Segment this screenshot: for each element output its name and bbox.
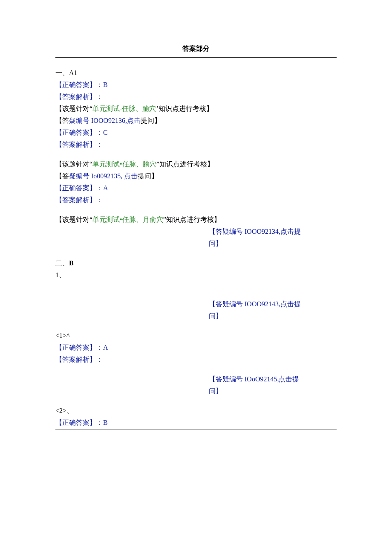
answer-analysis-label: 【答案解析】： xyxy=(55,139,337,151)
spacer xyxy=(55,250,337,257)
correct-answer: 【正确答案】：C xyxy=(55,127,337,139)
doubt-link[interactable]: 疑编号 IOOO92136,点击 xyxy=(69,117,141,124)
spacer xyxy=(55,322,337,330)
note-topic: 单元测试-任脉、腧穴 xyxy=(92,105,156,112)
doubt-number-line: 【答疑编号 IOOO92136,点击提问】 xyxy=(55,115,337,127)
correct-answer: 【正确答案】：B xyxy=(55,79,337,91)
section-b-letter: B xyxy=(69,259,74,267)
note-suffix: ”知识点进行考核】 xyxy=(163,216,221,223)
page: 答案部分 一、A1 【正确答案】：B 【答案解析】： 【该题针对“单元测试-任脉… xyxy=(0,0,392,555)
section-b-prefix: 二、 xyxy=(55,259,69,267)
spacer xyxy=(55,366,337,373)
doubt-link[interactable]: 【答疑编号 IOOO92143,点击提 xyxy=(209,300,301,308)
doubt-suffix: 提问】 xyxy=(141,117,161,124)
sub-question-label: <2>、 xyxy=(55,405,337,417)
doubt-link[interactable]: 疑编号 Io0092135, 点击 xyxy=(69,172,138,180)
question-number: 1、 xyxy=(55,269,337,281)
knowledge-note: 【该题针对“单元测试•任脉、月俞穴”知识点进行考核】 xyxy=(55,214,337,226)
note-topic: 单元测试•任脉、月俞穴 xyxy=(92,216,163,223)
knowledge-note: 【该题针对“单元测试-任脉、腧穴’知识点进行考核】 xyxy=(55,103,337,115)
page-title: 答案部分 xyxy=(55,43,337,58)
doubt-block: 【答疑编号 IOOO92134,点击提 问】 xyxy=(209,226,337,250)
correct-answer: 【正确答案】：A xyxy=(55,182,337,194)
answer-analysis-label: 【答案解析】： xyxy=(55,354,337,366)
page-title-text: 答案部分 xyxy=(182,45,210,52)
note-prefix: 【该题针对“ xyxy=(55,216,92,223)
correct-answer: 【正确答案】：A xyxy=(55,342,337,354)
note-prefix: 【该题针对“ xyxy=(55,160,92,168)
doubt-link[interactable]: 【答疑编号 IOOO92134,点击提 xyxy=(209,228,301,235)
doubt-link[interactable]: 【答疑编号 IOoO92145,点击提 xyxy=(209,375,299,383)
doubt-prefix: 【答 xyxy=(55,172,69,180)
doubt-prefix: 【答 xyxy=(55,117,69,124)
doubt-link-cont[interactable]: 问】 xyxy=(209,240,222,247)
correct-answer: 【正确答案】：B xyxy=(55,417,337,430)
answer-analysis-label: 【答案解析】： xyxy=(55,91,337,103)
note-prefix: 【该题针对“ xyxy=(55,105,92,112)
answer-analysis-label: 【答案解析】： xyxy=(55,194,337,206)
section-b-heading: 二、B xyxy=(55,257,337,269)
doubt-link-cont[interactable]: 问】 xyxy=(209,312,222,320)
spacer xyxy=(55,151,337,158)
note-suffix: ”知识点进行考核】 xyxy=(156,160,214,168)
doubt-block: 【答疑编号 IOoO92145,点击提 问】 xyxy=(209,373,337,397)
doubt-link-cont[interactable]: 问】 xyxy=(209,387,222,395)
note-topic: 单元测试•任脉、腧穴 xyxy=(92,160,156,168)
note-suffix: ’知识点进行考核】 xyxy=(156,105,213,112)
doubt-suffix: 提问】 xyxy=(138,172,158,180)
spacer xyxy=(55,281,337,298)
spacer xyxy=(55,397,337,405)
doubt-block: 【答疑编号 IOOO92143,点击提 问】 xyxy=(209,298,337,322)
sub-question-label: <1>^ xyxy=(55,330,337,342)
doubt-number-line: 【答疑编号 Io0092135, 点击提问】 xyxy=(55,170,337,182)
spacer xyxy=(55,206,337,214)
knowledge-note: 【该题针对“单元测试•任脉、腧穴”知识点进行考核】 xyxy=(55,158,337,170)
section-a-heading: 一、A1 xyxy=(55,67,337,79)
